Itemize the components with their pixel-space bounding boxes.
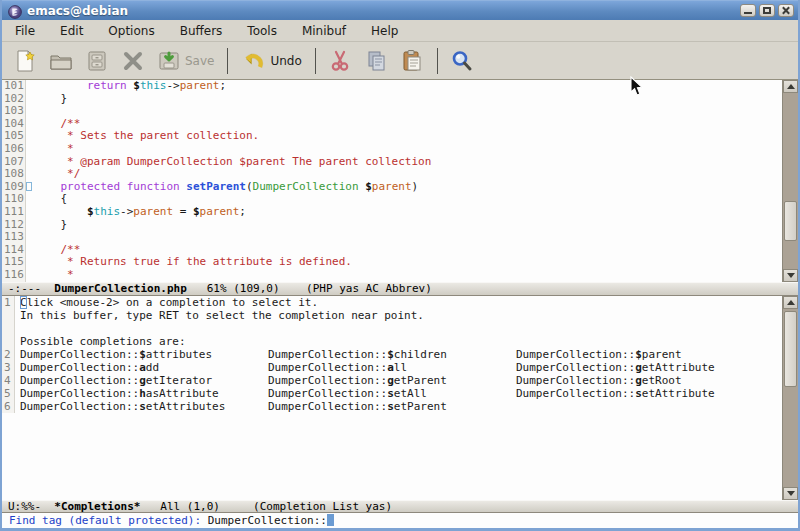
code-buffer[interactable]: 101 return $this->parent;102 }103104 /**… <box>2 80 782 282</box>
emacs-window: emacs@debian FileEditOptionsBuffersTools… <box>0 0 800 531</box>
close-button[interactable] <box>778 4 794 17</box>
code-text: * Returns true if the attribute is defin… <box>34 256 782 269</box>
fringe <box>26 143 34 156</box>
modeline-completions: U:%%- *Completions* All (1,0) (Completio… <box>2 500 798 513</box>
completions-window[interactable]: 1Click <mouse-2> on a completion to sele… <box>2 296 798 500</box>
line-number <box>2 335 15 348</box>
scrollbar-thumb[interactable] <box>784 201 797 241</box>
menu-help[interactable]: Help <box>362 22 407 40</box>
line-number <box>2 322 15 335</box>
close-buffer-button[interactable] <box>118 46 148 76</box>
fringe <box>26 105 34 118</box>
scrollbar-track[interactable] <box>783 309 798 487</box>
maximize-button[interactable] <box>759 4 775 17</box>
open-file-button[interactable] <box>46 46 76 76</box>
scrollbar-up-button[interactable] <box>783 296 798 309</box>
completion-item[interactable]: DumperCollection::getIterator <box>20 374 268 387</box>
completion-item[interactable]: DumperCollection::getRoot <box>516 374 682 387</box>
completion-item[interactable]: DumperCollection::getAttribute <box>516 361 715 374</box>
completions-text: DumperCollection::$attributesDumperColle… <box>20 348 782 361</box>
completion-item[interactable]: DumperCollection::$children <box>268 348 516 361</box>
arrow-up-icon <box>787 84 795 89</box>
completions-text: DumperCollection::hasAttributeDumperColl… <box>20 387 782 400</box>
save-button[interactable]: Save <box>154 46 217 76</box>
modeline-buffer-name[interactable]: *Completions* <box>54 500 140 513</box>
titlebar[interactable]: emacs@debian <box>2 0 798 20</box>
minibuffer-input[interactable]: DumperCollection:: <box>208 514 327 527</box>
menu-edit[interactable]: Edit <box>51 22 92 40</box>
code-line: 105 * Sets the parent collection. <box>2 130 782 143</box>
arrow-up-icon <box>787 300 795 305</box>
line-number <box>2 309 15 322</box>
completion-item[interactable]: DumperCollection::add <box>20 361 268 374</box>
completion-item[interactable]: DumperCollection::getParent <box>268 374 516 387</box>
menu-tools[interactable]: Tools <box>238 22 286 40</box>
menu-file[interactable]: File <box>6 22 44 40</box>
scrollbar-down-button[interactable] <box>783 487 798 500</box>
code-line: 109 protected function setParent(DumperC… <box>2 181 782 194</box>
code-text: * Sets the parent collection. <box>34 130 782 143</box>
completion-item[interactable]: DumperCollection::setAll <box>268 387 516 400</box>
line-number: 112 <box>2 219 26 232</box>
completion-item[interactable]: DumperCollection::setAttributes <box>20 400 268 413</box>
code-text: * <box>34 143 782 156</box>
fringe <box>26 156 34 169</box>
menu-bar: FileEditOptionsBuffersToolsMinibufHelp <box>2 20 798 42</box>
code-text: protected function setParent(DumperColle… <box>34 181 782 194</box>
minibuffer[interactable]: Find tag (default protected): DumperColl… <box>2 513 798 528</box>
fringe <box>26 168 34 181</box>
code-text: { <box>34 193 782 206</box>
fringe <box>26 231 34 244</box>
code-text: return $this->parent; <box>34 80 782 93</box>
search-button[interactable] <box>447 46 477 76</box>
line-number: 103 <box>2 105 26 118</box>
menu-minibuf[interactable]: Minibuf <box>293 22 355 40</box>
paste-button[interactable] <box>397 46 427 76</box>
scrollbar-thumb[interactable] <box>784 311 797 387</box>
new-file-button[interactable] <box>10 46 40 76</box>
completions-line: 3DumperCollection::addDumperCollection::… <box>2 361 782 374</box>
fringe <box>26 181 34 194</box>
minimize-button[interactable] <box>740 4 756 17</box>
undo-button[interactable]: Undo <box>237 46 304 76</box>
editor-scrollbar[interactable] <box>782 80 798 282</box>
menu-options[interactable]: Options <box>99 22 163 40</box>
fringe <box>26 130 34 143</box>
code-line: 110 { <box>2 193 782 206</box>
code-text <box>34 231 782 244</box>
copy-button[interactable] <box>361 46 391 76</box>
completion-item[interactable]: DumperCollection::setParent <box>268 400 516 413</box>
save-label: Save <box>185 54 214 68</box>
completions-scrollbar[interactable] <box>782 296 798 500</box>
completions-line: 1Click <mouse-2> on a completion to sele… <box>2 296 782 309</box>
code-text: * <box>34 269 782 282</box>
copy-icon <box>364 49 388 73</box>
cut-button[interactable] <box>325 46 355 76</box>
completions-text: DumperCollection::addDumperCollection::a… <box>20 361 782 374</box>
scrollbar-up-button[interactable] <box>783 80 798 93</box>
menu-buffers[interactable]: Buffers <box>171 22 232 40</box>
code-text: /** <box>34 244 782 257</box>
line-number: 113 <box>2 231 26 244</box>
toolbar-separator <box>437 48 438 74</box>
completions-text: In this buffer, type RET to select the c… <box>20 309 782 322</box>
fringe <box>26 80 34 93</box>
editor-window[interactable]: 101 return $this->parent;102 }103104 /**… <box>2 80 798 282</box>
dired-button[interactable] <box>82 46 112 76</box>
completion-item[interactable]: DumperCollection::$parent <box>516 348 682 361</box>
completion-item[interactable]: DumperCollection::hasAttribute <box>20 387 268 400</box>
scrollbar-track[interactable] <box>783 93 798 269</box>
emacs-app-icon <box>8 4 22 18</box>
fringe <box>26 206 34 219</box>
modeline-buffer-name[interactable]: DumperCollection.php <box>54 282 186 295</box>
completion-item[interactable]: DumperCollection::all <box>268 361 516 374</box>
completions-text: DumperCollection::getIteratorDumperColle… <box>20 374 782 387</box>
code-line: 111 $this->parent = $parent; <box>2 206 782 219</box>
completion-item[interactable]: DumperCollection::$attributes <box>20 348 268 361</box>
line-number: 111 <box>2 206 26 219</box>
completions-text: Click <mouse-2> on a completion to selec… <box>20 296 782 309</box>
completion-item[interactable]: DumperCollection::setAttribute <box>516 387 715 400</box>
completions-buffer[interactable]: 1Click <mouse-2> on a completion to sele… <box>2 296 782 500</box>
line-number: 108 <box>2 168 26 181</box>
scrollbar-down-button[interactable] <box>783 269 798 282</box>
